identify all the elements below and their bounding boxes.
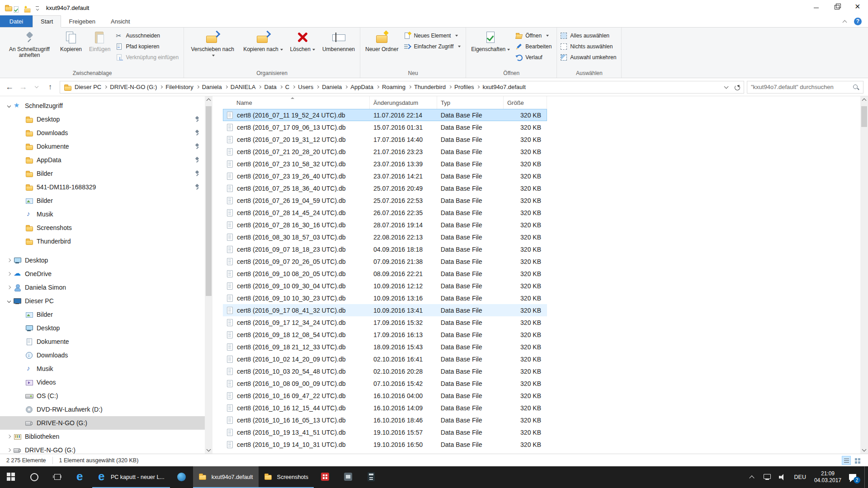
file-row-cert8-2016-07-20-19-31-12-utc-db[interactable]: cert8 (2016_07_20 19_31_12 UTC).db17.07.… xyxy=(223,133,547,145)
sidebar-item-daniela-simon[interactable]: Daniela Simon xyxy=(0,281,212,294)
sidebar-item-dokumente[interactable]: Dokumente xyxy=(0,335,212,348)
ribbon-button-ffnen[interactable]: Öffnen xyxy=(514,30,555,41)
back-button[interactable] xyxy=(3,80,16,94)
sidebar-item-desktop[interactable]: Desktop xyxy=(0,253,212,267)
file-row-cert8-2016-10-02-14-20-09-utc-db[interactable]: cert8 (2016_10_02 14_20_09 UTC).db02.10.… xyxy=(223,353,547,365)
ribbon-button-umbenennen[interactable]: Umbenennen xyxy=(319,28,359,70)
sidebar-item-musik[interactable]: Musik xyxy=(0,207,212,221)
minimize-button[interactable] xyxy=(806,0,826,15)
icons-view-button[interactable] xyxy=(853,456,862,465)
collapse-ribbon-icon[interactable] xyxy=(843,19,847,23)
file-row-cert8-2016-10-19-13-41-51-utc-db[interactable]: cert8 (2016_10_19 13_41_51 UTC).db19.10.… xyxy=(223,426,547,438)
grey-app-button[interactable] xyxy=(337,466,360,488)
column-header-type[interactable]: Typ xyxy=(437,96,504,109)
file-row-cert8-2016-07-25-18-36-40-utc-db[interactable]: cert8 (2016_07_25 18_36_40 UTC).db25.07.… xyxy=(223,182,547,194)
ribbon-button-nichts-ausw-hlen[interactable]: Nichts auswählen xyxy=(558,41,620,52)
scroll-down-icon[interactable] xyxy=(207,447,211,452)
file-row-cert8-2016-10-19-14-10-31-utc-db[interactable]: cert8 (2016_10_19 14_10_31 UTC).db19.10.… xyxy=(223,438,547,450)
sidebar-scrollbar[interactable] xyxy=(205,96,212,454)
chevron-down-icon[interactable] xyxy=(7,299,11,303)
file-row-cert8-2016-09-10-09-30-04-utc-db[interactable]: cert8 (2016_09_10 09_30_04 UTC).db10.09.… xyxy=(223,280,547,292)
ribbon-button-kopieren[interactable]: Kopieren xyxy=(57,28,85,70)
main-scrollbar[interactable] xyxy=(860,96,868,454)
file-row-cert8-2016-09-10-08-20-05-utc-db[interactable]: cert8 (2016_09_10 08_20_05 UTC).db08.09.… xyxy=(223,267,547,280)
show-desktop-button[interactable] xyxy=(864,466,868,488)
help-icon[interactable] xyxy=(854,18,862,25)
ribbon-button-l-schen[interactable]: Löschen xyxy=(287,28,319,70)
sidebar-item-thunderbird[interactable]: Thunderbird xyxy=(0,235,212,248)
start-button[interactable] xyxy=(0,466,23,488)
taskbar-window-screenshots[interactable]: Screenshots xyxy=(259,466,314,488)
file-row-cert8-2016-07-26-19-04-59-utc-db[interactable]: cert8 (2016_07_26 19_04_59 UTC).db25.07.… xyxy=(223,194,547,206)
red-app-button[interactable] xyxy=(314,466,337,488)
search-button[interactable] xyxy=(23,466,46,488)
sidebar-item-desktop[interactable]: Desktop xyxy=(0,321,212,335)
sidebar-item-schnellzugriff[interactable]: Schnellzugriff xyxy=(0,99,212,113)
file-row-cert8-2016-07-21-20-28-20-utc-db[interactable]: cert8 (2016_07_21 20_28_20 UTC).db21.07.… xyxy=(223,145,547,158)
refresh-button[interactable] xyxy=(731,81,743,93)
ribbon-button-verlauf[interactable]: Verlauf xyxy=(514,52,555,63)
sidebar-item-desktop[interactable]: Desktop xyxy=(0,113,212,126)
file-row-cert8-2016-10-03-20-54-48-utc-db[interactable]: cert8 (2016_10_03 20_54_48 UTC).db02.10.… xyxy=(223,365,547,377)
tab-start[interactable]: Start xyxy=(33,15,61,28)
tab-datei[interactable]: Datei xyxy=(0,15,33,27)
ribbon-button-kopieren-nach[interactable]: Kopieren nach xyxy=(240,28,286,70)
ribbon-button-an-schnellzugriff-anheften[interactable]: An Schnellzugriff anheften xyxy=(2,28,57,70)
sidebar-item-musik[interactable]: Musik xyxy=(0,362,212,375)
volume-icon[interactable] xyxy=(778,472,788,482)
sidebar-item-drive-n-go-g[interactable]: DRIVE-N-GO (G:) xyxy=(0,443,212,454)
sidebar-item-541-dm118-1688329[interactable]: 541-DM118-1688329 xyxy=(0,180,212,194)
breadcrumb-segment-data[interactable]: Data xyxy=(261,84,279,90)
file-row-cert8-2016-07-28-14-45-24-utc-db[interactable]: cert8 (2016_07_28 14_45_24 UTC).db26.07.… xyxy=(223,206,547,219)
taskbar-window-pc-kaputt[interactable]: PC kaputt - neuer L... xyxy=(92,466,170,488)
sidebar-item-bilder[interactable]: Bilder xyxy=(0,194,212,207)
network-icon[interactable] xyxy=(762,472,772,482)
taskbar-window-kxut94o7-default[interactable]: kxut94o7.default xyxy=(193,466,259,488)
clock[interactable]: 21:09 04.03.2017 xyxy=(814,470,841,484)
breadcrumb-segment-roaming[interactable]: Roaming xyxy=(379,84,409,90)
sidebar-scroll-thumb[interactable] xyxy=(206,106,212,296)
chevron-right-icon[interactable] xyxy=(7,448,11,452)
ribbon-button-verschieben-nach[interactable]: Verschieben nach xyxy=(185,28,240,70)
recent-locations-icon[interactable] xyxy=(30,80,43,94)
main-scroll-thumb[interactable] xyxy=(861,106,867,127)
file-row-cert8-2016-09-17-12-34-24-utc-db[interactable]: cert8 (2016_09_17 12_34_24 UTC).db17.09.… xyxy=(223,316,547,328)
breadcrumb-segment-c[interactable]: C xyxy=(282,84,292,90)
breadcrumb-segment-daniela[interactable]: DANIELA xyxy=(227,84,259,90)
ribbon-button-ausschneiden[interactable]: Ausschneiden xyxy=(114,30,182,41)
column-header-name[interactable]: Name xyxy=(223,96,370,109)
action-center-icon[interactable]: 2 xyxy=(848,472,858,482)
breadcrumb-segment-drive-n-go-g[interactable]: DRIVE-N-GO (G:) xyxy=(107,84,160,90)
ribbon-button-bearbeiten[interactable]: Bearbeiten xyxy=(514,41,555,52)
sidebar-item-dieser-pc[interactable]: Dieser PC xyxy=(0,294,212,308)
scroll-up-icon[interactable] xyxy=(207,99,211,103)
file-row-cert8-2016-09-18-21-12-33-utc-db[interactable]: cert8 (2016_09_18 21_12_33 UTC).db18.09.… xyxy=(223,341,547,353)
chevron-right-icon[interactable] xyxy=(7,272,11,276)
close-button[interactable] xyxy=(847,0,868,15)
restore-button[interactable] xyxy=(826,0,847,15)
file-row-cert8-2016-09-17-08-41-32-utc-db[interactable]: cert8 (2016_09_17 08_41_32 UTC).db10.09.… xyxy=(223,304,547,316)
file-row-cert8-2016-07-28-16-30-16-utc-db[interactable]: cert8 (2016_07_28 16_30_16 UTC).db28.07.… xyxy=(223,219,547,231)
breadcrumb-segment-dieser-pc[interactable]: Dieser PC xyxy=(71,84,104,90)
file-row-cert8-2016-07-23-10-58-32-utc-db[interactable]: cert8 (2016_07_23 10_58_32 UTC).db23.07.… xyxy=(223,158,547,170)
breadcrumb-segment-profiles[interactable]: Profiles xyxy=(451,84,477,90)
breadcrumb-segment-thunderbird[interactable]: Thunderbird xyxy=(411,84,449,90)
breadcrumb-segment-daniela[interactable]: Daniela xyxy=(199,84,225,90)
qat-customize-icon[interactable] xyxy=(36,6,39,9)
round-app-button[interactable] xyxy=(170,466,193,488)
sidebar-item-dvd-rw-laufwerk-d[interactable]: DVD-RW-Laufwerk (D:) xyxy=(0,403,212,416)
sidebar-item-os-c[interactable]: OS (C:) xyxy=(0,389,212,403)
chevron-right-icon[interactable] xyxy=(7,435,11,438)
file-row-cert8-2016-07-17-09-06-13-utc-db[interactable]: cert8 (2016_07_17 09_06_13 UTC).db15.07.… xyxy=(223,121,547,133)
sidebar-item-bilder[interactable]: Bilder xyxy=(0,308,212,321)
breadcrumb-segment-appdata[interactable]: AppData xyxy=(347,84,377,90)
ribbon-button-neuer-ordner[interactable]: Neuer Ordner xyxy=(362,28,402,70)
details-view-button[interactable] xyxy=(842,456,851,465)
qat-properties-icon[interactable] xyxy=(12,6,16,10)
sidebar-item-bibliotheken[interactable]: Bibliotheken xyxy=(0,430,212,443)
search-box[interactable]: "kxut94o7.default" durchsuchen xyxy=(747,81,863,94)
sidebar-item-appdata[interactable]: AppData xyxy=(0,153,212,167)
file-row-cert8-2016-10-16-12-15-44-utc-db[interactable]: cert8 (2016_10_16 12_15_44 UTC).db16.10.… xyxy=(223,402,547,414)
column-header-date[interactable]: Änderungsdatum xyxy=(370,96,437,109)
sidebar-item-dokumente[interactable]: Dokumente xyxy=(0,140,212,153)
